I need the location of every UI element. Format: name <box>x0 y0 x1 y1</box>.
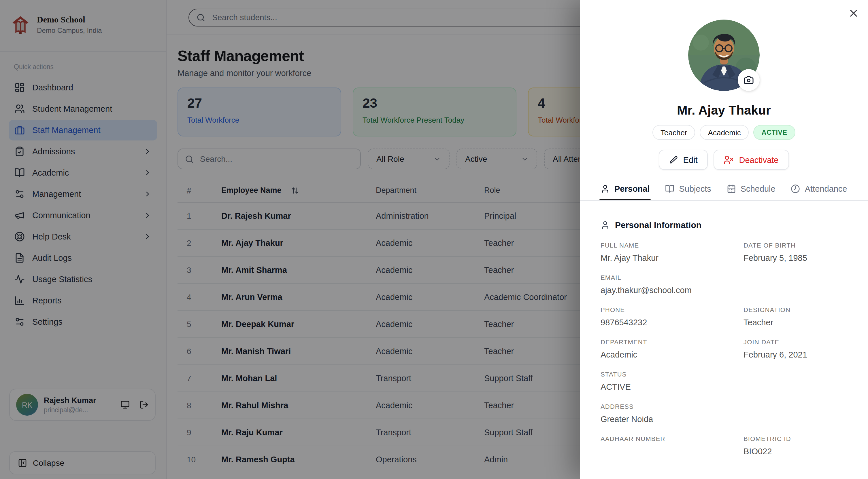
pencil-icon <box>669 156 678 164</box>
deactivate-button[interactable]: Deactivate <box>714 150 789 170</box>
tab-personal[interactable]: Personal <box>600 184 650 200</box>
change-photo-button[interactable] <box>738 69 760 91</box>
user-icon <box>600 220 610 230</box>
tab-schedule[interactable]: Schedule <box>727 184 775 200</box>
staff-detail-drawer: Mr. Ajay Thakur TeacherAcademicACTIVE Ed… <box>580 0 868 479</box>
staff-photo-wrap <box>688 20 760 91</box>
field-label: JOIN DATE <box>744 339 847 345</box>
field-value: Mr. Ajay Thakur <box>600 253 733 263</box>
close-icon <box>848 7 859 19</box>
field-join-date: JOIN DATE February 6, 2021 <box>744 339 847 359</box>
field-value: Greater Noida <box>600 414 733 424</box>
user-x-icon <box>724 155 734 165</box>
field-aadhaar-number: AADHAAR NUMBER — <box>600 435 733 456</box>
field-designation: DESIGNATION Teacher <box>744 306 847 327</box>
field-label: PHONE <box>600 306 733 313</box>
field-value: Teacher <box>744 318 847 327</box>
drawer-actions: Edit Deactivate <box>580 150 868 170</box>
tab-label: Attendance <box>805 184 847 194</box>
drawer-tabs: PersonalSubjectsScheduleAttendance <box>600 184 847 200</box>
field-label: AADHAAR NUMBER <box>600 435 733 442</box>
field-value: Academic <box>600 350 733 359</box>
field-value: ajay.thakur@school.com <box>600 285 733 295</box>
staff-name: Mr. Ajay Thakur <box>580 103 868 118</box>
badge-academic: Academic <box>700 125 749 140</box>
personal-info-header: Personal Information <box>600 220 847 230</box>
user-icon <box>600 184 610 194</box>
field-value: ACTIVE <box>600 382 733 391</box>
field-label: DATE OF BIRTH <box>744 242 847 249</box>
field-value: — <box>600 447 733 456</box>
field-phone: PHONE 9876543232 <box>600 306 733 327</box>
field-label: BIOMETRIC ID <box>744 435 847 442</box>
field-email: EMAIL ajay.thakur@school.com <box>600 274 733 295</box>
field-label: EMAIL <box>600 274 733 281</box>
field-status: STATUS ACTIVE <box>600 371 733 391</box>
tab-label: Subjects <box>679 184 711 194</box>
field-department: DEPARTMENT Academic <box>600 339 733 359</box>
calendar-icon <box>727 184 736 194</box>
field-empty <box>744 371 847 391</box>
book-open-icon <box>665 184 675 194</box>
field-date-of-birth: DATE OF BIRTH February 5, 1985 <box>744 242 847 263</box>
field-value: February 5, 1985 <box>744 253 847 263</box>
field-label: FULL NAME <box>600 242 733 249</box>
tab-label: Personal <box>614 184 650 194</box>
tab-attendance[interactable]: Attendance <box>791 184 847 200</box>
app-canvas: Demo School Demo Campus, India Quick act… <box>0 0 868 479</box>
field-value: BIO022 <box>744 447 847 456</box>
field-label: ADDRESS <box>600 403 733 410</box>
close-button[interactable] <box>848 7 859 19</box>
field-biometric-id: BIOMETRIC ID BIO022 <box>744 435 847 456</box>
camera-icon <box>744 75 754 85</box>
tab-label: Schedule <box>741 184 775 194</box>
edit-button[interactable]: Edit <box>659 150 708 170</box>
field-label: DESIGNATION <box>744 306 847 313</box>
field-address: ADDRESS Greater Noida <box>600 403 733 424</box>
badges-row: TeacherAcademicACTIVE <box>580 125 868 140</box>
field-empty <box>744 274 847 295</box>
field-label: DEPARTMENT <box>600 339 733 345</box>
field-empty <box>744 403 847 424</box>
clock-icon <box>791 184 800 194</box>
personal-info-fields: FULL NAME Mr. Ajay ThakurDATE OF BIRTH F… <box>600 242 847 456</box>
tabs-divider <box>580 200 868 201</box>
field-value: February 6, 2021 <box>744 350 847 359</box>
tab-subjects[interactable]: Subjects <box>665 184 711 200</box>
field-label: STATUS <box>600 371 733 378</box>
status-badge: ACTIVE <box>753 125 795 140</box>
badge-teacher: Teacher <box>652 125 695 140</box>
field-full-name: FULL NAME Mr. Ajay Thakur <box>600 242 733 263</box>
field-value: 9876543232 <box>600 318 733 327</box>
